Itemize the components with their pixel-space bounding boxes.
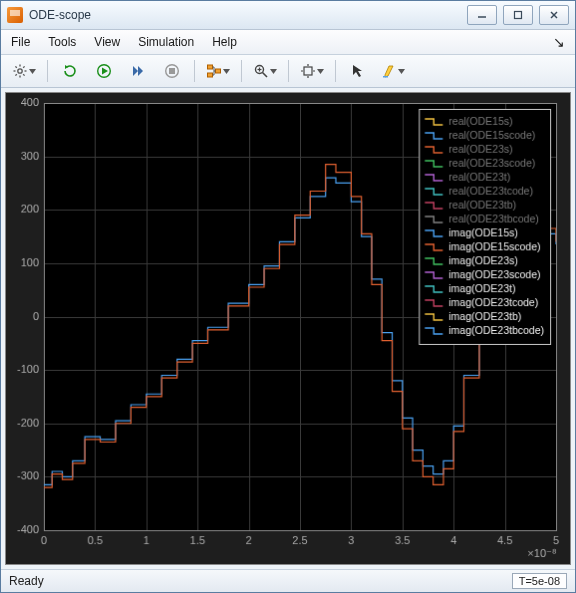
app-icon (7, 7, 23, 23)
maximize-button[interactable] (503, 5, 533, 25)
menu-view[interactable]: View (94, 35, 120, 49)
plot-area[interactable] (5, 92, 571, 565)
pin-icon[interactable]: ↘ (553, 34, 565, 50)
titlebar: ODE-scope (1, 1, 575, 30)
svg-line-9 (15, 66, 16, 67)
separator (288, 60, 289, 82)
svg-line-11 (23, 66, 24, 67)
window-title: ODE-scope (29, 8, 91, 22)
svg-marker-29 (270, 69, 277, 74)
menu-tools[interactable]: Tools (48, 35, 76, 49)
zoom-button[interactable] (250, 59, 280, 83)
svg-rect-21 (208, 65, 213, 69)
menubar: File Tools View Simulation Help ↘ (1, 30, 575, 55)
svg-rect-1 (515, 12, 522, 19)
chart-canvas (6, 93, 570, 564)
separator (47, 60, 48, 82)
svg-line-10 (23, 74, 24, 75)
statusbar: Ready T=5e-08 (1, 569, 575, 592)
svg-rect-20 (169, 68, 175, 74)
cursor-measurements-button[interactable] (344, 59, 372, 83)
status-time: T=5e-08 (512, 573, 567, 589)
menu-items: File Tools View Simulation Help (11, 35, 237, 49)
toolbar (1, 55, 575, 88)
restart-button[interactable] (56, 59, 84, 83)
menu-simulation[interactable]: Simulation (138, 35, 194, 49)
svg-line-26 (263, 73, 268, 78)
svg-point-4 (18, 69, 22, 73)
svg-marker-17 (133, 66, 138, 76)
svg-marker-18 (138, 66, 143, 76)
separator (194, 60, 195, 82)
close-button[interactable] (539, 5, 569, 25)
highlight-button[interactable] (378, 59, 408, 83)
autoscale-button[interactable] (297, 59, 327, 83)
minimize-button[interactable] (467, 5, 497, 25)
menu-help[interactable]: Help (212, 35, 237, 49)
scope-window: ODE-scope File Tools View Simulation Hel… (0, 0, 576, 593)
svg-marker-36 (353, 65, 362, 77)
svg-marker-24 (223, 69, 230, 74)
svg-marker-39 (398, 69, 405, 74)
signal-selector-button[interactable] (203, 59, 233, 83)
svg-marker-16 (102, 68, 108, 75)
separator (241, 60, 242, 82)
svg-rect-22 (208, 73, 213, 77)
step-forward-button[interactable] (124, 59, 152, 83)
svg-marker-37 (385, 66, 393, 77)
titlebar-left: ODE-scope (7, 7, 91, 23)
svg-marker-14 (65, 65, 68, 69)
window-buttons (467, 5, 569, 25)
svg-marker-13 (29, 69, 36, 74)
svg-rect-23 (216, 69, 221, 73)
stop-button[interactable] (158, 59, 186, 83)
menu-file[interactable]: File (11, 35, 30, 49)
svg-line-12 (15, 74, 16, 75)
separator (335, 60, 336, 82)
status-text: Ready (9, 574, 44, 588)
svg-rect-30 (304, 67, 312, 75)
svg-marker-35 (317, 69, 324, 74)
settings-button[interactable] (9, 59, 39, 83)
run-button[interactable] (90, 59, 118, 83)
svg-rect-38 (383, 76, 388, 78)
